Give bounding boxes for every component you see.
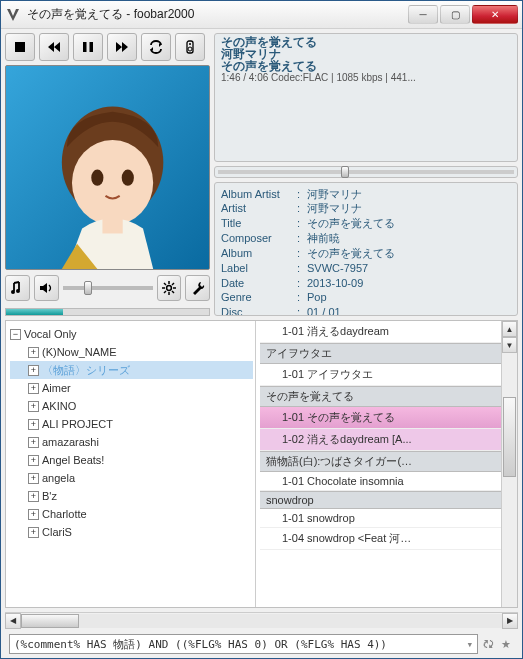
tree-item[interactable]: +Angel Beats! — [10, 451, 253, 469]
playlist-track[interactable]: 1-01 アイヲウタエ — [260, 364, 501, 386]
meta-value: 神前暁 — [307, 231, 511, 246]
playlist-group[interactable]: アイヲウタエ — [260, 343, 501, 364]
stop-button[interactable] — [5, 33, 35, 61]
np-artist: 河野マリナ — [221, 48, 511, 60]
hscroll-left-button[interactable]: ◀ — [5, 613, 21, 629]
playlist[interactable]: 1-01 消えるdaydreamアイヲウタエ1-01 アイヲウタエその声を覚えて… — [260, 321, 501, 550]
seek-bar[interactable] — [214, 166, 518, 178]
next-button[interactable] — [107, 33, 137, 61]
output-device-button[interactable] — [175, 33, 205, 61]
tree-hscroll[interactable]: ◀ ▶ — [5, 612, 518, 628]
svg-line-20 — [164, 283, 166, 285]
playlist-scrollbar[interactable]: ▲ ▼ — [501, 321, 517, 607]
meta-value: 河野マリナ — [307, 201, 511, 216]
np-status: 1:46 / 4:06 Codec:FLAC | 1085 kbps | 441… — [221, 73, 511, 83]
tree-item[interactable]: +ClariS — [10, 523, 253, 541]
app-icon — [5, 7, 21, 23]
svg-line-21 — [172, 291, 174, 293]
album-art-image — [6, 66, 209, 269]
scroll-thumb[interactable] — [503, 397, 516, 477]
svg-point-12 — [122, 170, 134, 186]
tree-item-label: Angel Beats! — [42, 454, 104, 466]
volume-slider[interactable] — [63, 278, 153, 298]
tree-expander[interactable]: + — [28, 491, 39, 502]
playlist-group[interactable]: その声を覚えてる — [260, 386, 501, 407]
playlist-track[interactable]: 1-04 snowdrop <Feat 河… — [260, 528, 501, 550]
close-button[interactable]: ✕ — [472, 5, 518, 24]
tree-item[interactable]: +Aimer — [10, 379, 253, 397]
svg-rect-1 — [83, 42, 87, 52]
np-title: その声を覚えてる — [221, 36, 511, 48]
tree-expander[interactable]: + — [28, 527, 39, 538]
svg-rect-10 — [102, 208, 122, 233]
tree-item-label: (K)Now_NAME — [42, 346, 117, 358]
svg-point-13 — [11, 290, 15, 294]
meta-value: その声を覚えてる — [307, 216, 511, 231]
tree-item-label: AKINO — [42, 400, 76, 412]
playlist-track[interactable]: 1-02 消えるdaydream [A... — [260, 429, 501, 451]
tree-expander[interactable]: + — [28, 365, 39, 376]
meta-label: Title — [221, 216, 297, 231]
tree-expander[interactable]: + — [28, 401, 39, 412]
buffer-progress — [5, 308, 210, 316]
playlist-track[interactable]: 1-01 Chocolate insomnia — [260, 472, 501, 491]
tree-item[interactable]: +Charlotte — [10, 505, 253, 523]
volume-button[interactable] — [34, 275, 59, 301]
tree-item[interactable]: +AKINO — [10, 397, 253, 415]
volume-thumb[interactable] — [84, 281, 92, 295]
svg-line-23 — [164, 291, 166, 293]
hscroll-thumb[interactable] — [21, 614, 79, 628]
tree-item-label: Charlotte — [42, 508, 87, 520]
tools-button[interactable] — [185, 275, 210, 301]
tree-expander[interactable]: + — [28, 383, 39, 394]
hscroll-right-button[interactable]: ▶ — [502, 613, 518, 629]
refresh-icon[interactable]: 🗘 — [480, 636, 496, 652]
playlist-group[interactable]: snowdrop — [260, 491, 501, 509]
meta-label: Album Artist — [221, 187, 297, 202]
playlist-track[interactable]: 1-01 snowdrop — [260, 509, 501, 528]
scroll-down-button[interactable]: ▼ — [502, 337, 517, 353]
tree-expander[interactable]: + — [28, 419, 39, 430]
tree-item[interactable]: +angela — [10, 469, 253, 487]
lower-panes: −Vocal Only+(K)Now_NAME+〈物語〉シリーズ+Aimer+A… — [5, 320, 518, 608]
app-window: その声を覚えてる - foobar2000 ─ ▢ ✕ — [0, 0, 523, 659]
tree-expander[interactable]: + — [28, 473, 39, 484]
meta-label: Date — [221, 276, 297, 291]
library-button[interactable] — [5, 275, 30, 301]
meta-label: Label — [221, 261, 297, 276]
tree-item[interactable]: +B'z — [10, 487, 253, 505]
seek-thumb[interactable] — [341, 166, 349, 178]
tree-root-label[interactable]: Vocal Only — [24, 328, 77, 340]
tree-item[interactable]: +(K)Now_NAME — [10, 343, 253, 361]
playlist-track[interactable]: 1-01 その声を覚えてる — [260, 407, 501, 429]
pause-button[interactable] — [73, 33, 103, 61]
playlist-track[interactable]: 1-01 消えるdaydream — [260, 321, 501, 343]
svg-line-22 — [172, 283, 174, 285]
playlist-group[interactable]: 猫物語(白):つばさタイガー(… — [260, 451, 501, 472]
tree-item[interactable]: +amazarashi — [10, 433, 253, 451]
tree-expander[interactable]: + — [28, 509, 39, 520]
settings-button[interactable] — [157, 275, 182, 301]
favorite-icon[interactable]: ★ — [498, 636, 514, 652]
meta-label: Composer — [221, 231, 297, 246]
library-tree[interactable]: −Vocal Only+(K)Now_NAME+〈物語〉シリーズ+Aimer+A… — [6, 321, 256, 607]
query-input[interactable]: (%comment% HAS 物語) AND ((%FLG% HAS 0) OR… — [9, 634, 478, 654]
tree-item[interactable]: +ALI PROJECT — [10, 415, 253, 433]
tree-expander[interactable]: − — [10, 329, 21, 340]
meta-value: SVWC-7957 — [307, 261, 511, 276]
tree-expander[interactable]: + — [28, 455, 39, 466]
svg-point-15 — [166, 286, 171, 291]
scroll-up-button[interactable]: ▲ — [502, 321, 517, 337]
tree-expander[interactable]: + — [28, 347, 39, 358]
content-area: その声を覚えてる 河野マリナ その声を覚えてる 1:46 / 4:06 Code… — [1, 29, 522, 658]
meta-value: 01 / 01 — [307, 305, 511, 316]
maximize-button[interactable]: ▢ — [440, 5, 470, 24]
repeat-button[interactable] — [141, 33, 171, 61]
meta-value: 2013-10-09 — [307, 276, 511, 291]
minimize-button[interactable]: ─ — [408, 5, 438, 24]
tree-item-label: 〈物語〉シリーズ — [42, 363, 130, 378]
tree-item[interactable]: +〈物語〉シリーズ — [10, 361, 253, 379]
tree-expander[interactable]: + — [28, 437, 39, 448]
now-playing-panel: その声を覚えてる 河野マリナ その声を覚えてる 1:46 / 4:06 Code… — [214, 33, 518, 162]
prev-button[interactable] — [39, 33, 69, 61]
